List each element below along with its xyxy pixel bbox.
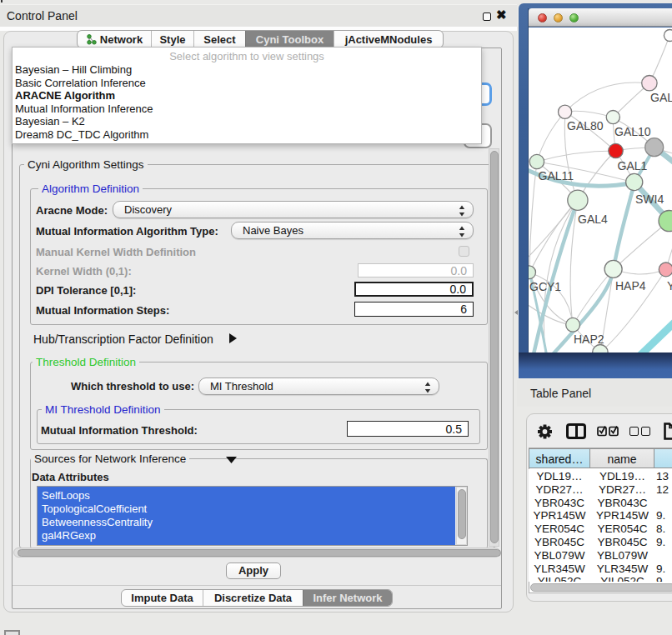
svg-text:GAL7: GAL7 bbox=[650, 91, 672, 104]
svg-text:GAL80: GAL80 bbox=[567, 119, 604, 132]
svg-text:SWI4: SWI4 bbox=[635, 192, 664, 206]
svg-text:GAL4: GAL4 bbox=[578, 212, 608, 226]
svg-text:GAL1: GAL1 bbox=[618, 159, 648, 172]
svg-text:HAP4: HAP4 bbox=[615, 279, 646, 292]
svg-text:HAP2: HAP2 bbox=[574, 332, 604, 346]
svg-text:GCY1: GCY1 bbox=[529, 280, 561, 293]
svg-text:GAL10: GAL10 bbox=[614, 125, 651, 138]
svg-text:GAL11: GAL11 bbox=[539, 169, 574, 182]
svg-text:YB: YB bbox=[667, 279, 672, 292]
